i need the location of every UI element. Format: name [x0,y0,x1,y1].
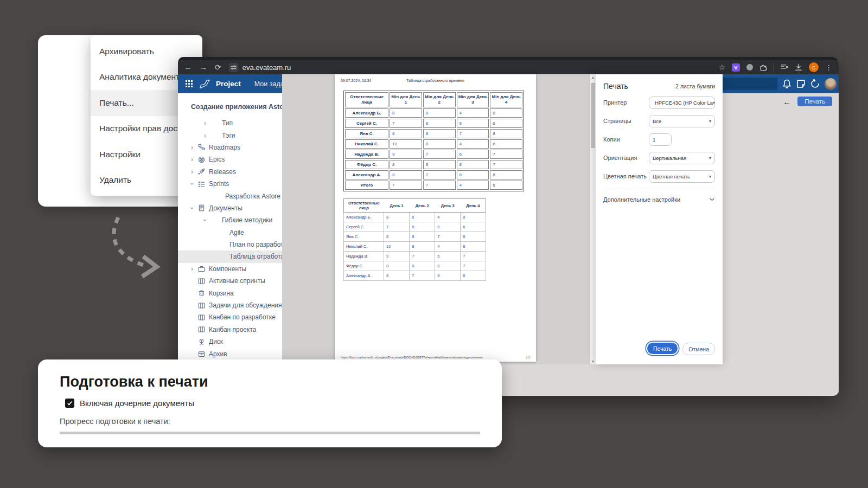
color-select[interactable]: Цветная печать ▾ [649,170,715,183]
history-icon[interactable] [810,79,820,88]
tree-item[interactable]: Тип [178,117,282,129]
tree-item[interactable]: Задачи для обсуждения [178,299,282,311]
tree-item-label: Roadmaps [209,144,240,151]
tree-item[interactable]: Epics [178,153,282,165]
tree-item-label: План по разработке [229,241,282,248]
forward-icon[interactable]: → [200,63,207,72]
color-value: Цветная печать [653,174,690,179]
pages-value: Все [653,118,661,124]
extension-dot-icon[interactable] [746,64,753,70]
project-tree: Тип Тэги Roadmaps [178,117,282,372]
copies-input[interactable]: 1 [649,133,672,146]
url-text[interactable]: eva.evateam.ru [242,63,291,72]
print-prep-dialog: Подготовка к печати Включая дочерние док… [38,359,502,447]
color-label: Цветная печать [603,173,647,179]
chevron-icon [191,168,198,176]
tree-item[interactable]: Разработка Astore (3) [178,190,282,202]
cancel-button[interactable]: Отмена [682,343,715,355]
prep-dialog-title: Подготовка к печати [60,374,480,390]
bookmark-star-icon[interactable]: ☆ [718,63,725,72]
more-settings-row[interactable]: Дополнительные настройки [603,194,715,206]
tree-item[interactable]: Таблица отработанного времени [178,251,282,262]
progress-bar [60,432,480,434]
toolbar-actions: ☆ V c ⋮ [718,62,832,72]
orientation-value: Вертикальная [653,155,686,161]
tree-item[interactable]: План по разработке [178,239,282,251]
browser-profile-avatar[interactable]: c [809,62,819,72]
preview-page-indicator: 1/2 [526,355,531,359]
scroll-down-icon[interactable]: ▼ [590,359,596,363]
download-icon[interactable] [795,63,802,71]
project-title[interactable]: Создание приложения Astore [178,103,282,111]
site-info-icon[interactable] [229,63,238,72]
tree-item[interactable]: Документы [178,202,282,214]
pages-select[interactable]: Все ▾ [649,115,715,127]
caret-down-icon: ▾ [709,156,711,160]
back-icon[interactable]: ← [184,63,192,72]
table-row: Надежда В. 9 7 6 7 [344,252,486,261]
tree-item[interactable]: Roadmaps [178,142,282,153]
checkbox-label[interactable]: Включая дочерние документы [80,399,194,408]
page-print-button[interactable]: Печать [797,97,832,106]
bell-icon[interactable] [782,79,792,88]
page-back-icon[interactable]: ← [783,97,791,106]
tree-item-label: Архив [209,350,227,358]
tree-item-label: Разработка Astore (3) [225,192,282,200]
printer-label: Принтер [603,99,627,106]
table-row: Надежда В. 9 7 6 7 [345,150,522,159]
notes-icon[interactable] [796,79,806,88]
table-row: Николай С. 10 8 4 8 [345,139,522,149]
user-avatar[interactable] [825,78,837,90]
tree-icon [198,314,209,321]
tree-item[interactable]: Канбан по разработке [178,311,282,323]
tree-item-label: Тип [222,119,233,127]
orientation-select[interactable]: Вертикальная ▾ [649,152,715,164]
child-docs-checkbox[interactable] [65,399,74,408]
tree-item[interactable]: Releases [178,166,282,178]
tree-item-label: Корзина [209,290,234,297]
preview-scrollbar[interactable]: ▲ ▼ [590,74,596,364]
table-row: Итого 7 7 4 6 [345,181,522,190]
printer-select[interactable]: HPFCE43C (HP Color La ▾ [649,97,715,109]
tree-item-label: Sprints [209,180,229,188]
tree-item[interactable]: Активные спринты [178,275,282,287]
chevron-icon [191,265,198,273]
tree-item[interactable]: Компоненты [178,263,282,275]
chevron-icon [191,204,198,212]
product-name[interactable]: Project [216,80,241,88]
chevron-icon [191,180,198,188]
tree-item-label: Диск [209,338,223,345]
chevron-icon [191,144,198,151]
side-panel-icon[interactable] [781,63,788,71]
chevron-icon [204,132,211,139]
print-confirm-button[interactable]: Печать [647,343,678,354]
tree-icon [198,278,209,285]
tree-item[interactable]: Agile [178,227,282,239]
tree-icon [198,265,209,272]
chevron-icon [191,156,198,163]
caret-down-icon: ▾ [709,119,711,124]
chevron-icon [204,119,211,127]
tree-item[interactable]: Архив [178,348,282,359]
extension-v-badge[interactable]: V [732,63,740,72]
tree-item[interactable]: Корзина [178,287,282,299]
browser-menu-icon[interactable]: ⋮ [825,63,832,72]
table-row: Фёдор С. 8 8 8 7 [344,261,486,271]
tree-icon [198,181,209,188]
worktime-table-days: Ответственные лица День 1 День 2 День 3 … [343,198,486,281]
tree-item[interactable]: Гибкие методики [178,214,282,226]
tree-item[interactable]: Sprints [178,178,282,190]
apps-grid-icon[interactable] [186,80,193,87]
tree-item[interactable]: Диск [178,336,282,348]
tree-item[interactable]: Канбан проекта [178,324,282,336]
extensions-puzzle-icon[interactable] [760,63,767,71]
table-row: Фёдор С. 8 8 8 7 [345,160,522,169]
reload-icon[interactable]: ⟳ [215,63,221,72]
divider [603,189,715,189]
tree-icon [198,168,209,175]
tree-item[interactable]: Тэги [178,129,282,141]
tree-icon [198,338,209,345]
scrollbar-thumb[interactable] [591,83,595,148]
tree-icon [198,302,209,309]
scroll-up-icon[interactable]: ▲ [590,75,596,79]
